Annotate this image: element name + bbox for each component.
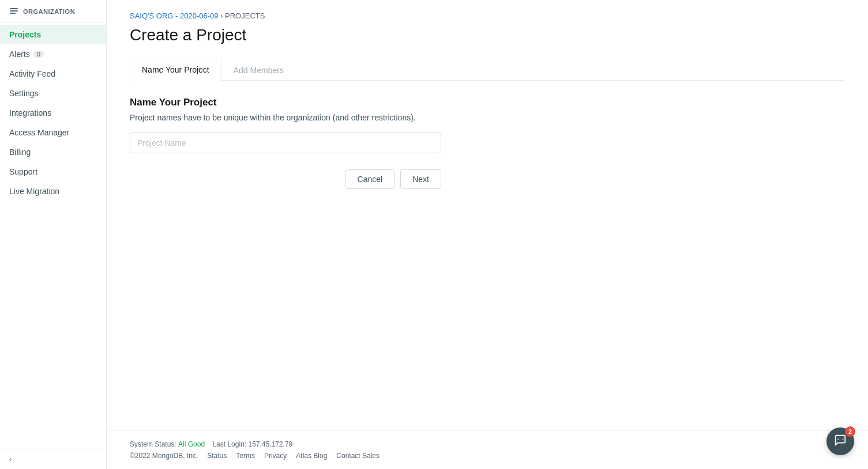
alerts-badge: 0 [33,51,44,58]
sidebar-collapse-button[interactable]: ‹ [0,449,106,469]
tab-name-project[interactable]: Name Your Project [130,59,221,81]
sidebar-item-integrations[interactable]: Integrations [0,103,106,123]
sidebar-item-projects[interactable]: Projects [0,25,106,44]
footer: System Status: All Good Last Login: 157.… [107,430,868,469]
tab-add-members[interactable]: Add Members [221,59,296,81]
form-section-desc: Project names have to be unique within t… [130,113,845,122]
chat-bubble-button[interactable]: 2 [826,428,854,455]
sidebar-item-billing[interactable]: Billing [0,142,106,162]
form-section: Name Your Project Project names have to … [130,97,845,189]
breadcrumb: SAIQ'S ORG - 2020-06-09 › PROJECTS [130,12,845,20]
last-login-label: Last Login: [212,440,246,448]
main-content-area: SAIQ'S ORG - 2020-06-09 › PROJECTS Creat… [107,0,868,469]
sidebar-item-access-manager[interactable]: Access Manager [0,123,106,142]
sidebar-item-label-activity-feed: Activity Feed [9,69,55,78]
footer-link-atlas-blog[interactable]: Atlas Blog [296,452,327,460]
svg-point-4 [837,438,839,440]
org-icon [9,7,18,16]
sidebar-item-settings[interactable]: Settings [0,84,106,103]
sidebar: ORGANIZATION Projects Alerts 0 Activity … [0,0,107,469]
footer-link-terms[interactable]: Terms [236,452,255,460]
breadcrumb-separator: › [219,12,226,20]
footer-copyright: ©2022 MongoDB, Inc. [130,452,198,460]
svg-rect-0 [10,8,18,9]
chat-icon [834,434,847,449]
tab-bar: Name Your Project Add Members [130,58,845,81]
sidebar-item-activity-feed[interactable]: Activity Feed [0,64,106,84]
next-button[interactable]: Next [400,169,441,189]
svg-rect-1 [10,10,18,12]
system-status-label: System Status: [130,440,176,448]
sidebar-item-label-support: Support [9,167,37,176]
sidebar-item-label-billing: Billing [9,147,31,157]
sidebar-item-label-live-migration: Live Migration [9,187,59,196]
breadcrumb-org[interactable]: SAIQ'S ORG - 2020-06-09 [130,12,219,20]
form-section-title: Name Your Project [130,97,845,108]
page-title: Create a Project [130,26,845,44]
sidebar-item-live-migration[interactable]: Live Migration [0,181,106,201]
last-login-value: 157.45.172.79 [248,440,292,448]
cancel-button[interactable]: Cancel [345,169,395,189]
footer-links: ©2022 MongoDB, Inc. Status Terms Privacy… [130,452,845,460]
footer-link-contact-sales[interactable]: Contact Sales [336,452,379,460]
collapse-arrow-icon: ‹ [9,455,12,463]
project-name-input[interactable] [130,133,441,153]
breadcrumb-page: PROJECTS [225,12,265,20]
chat-badge-count: 2 [845,426,855,437]
sidebar-item-alerts[interactable]: Alerts 0 [0,44,106,64]
footer-link-privacy[interactable]: Privacy [264,452,287,460]
svg-rect-2 [10,13,16,14]
sidebar-item-support[interactable]: Support [0,162,106,181]
svg-point-3 [843,438,844,440]
main-content: SAIQ'S ORG - 2020-06-09 › PROJECTS Creat… [107,0,868,430]
form-buttons: Cancel Next [130,169,441,189]
org-label: ORGANIZATION [23,8,75,15]
footer-status: System Status: All Good Last Login: 157.… [130,440,845,448]
system-status-value: All Good [178,440,205,448]
sidebar-item-label-settings: Settings [9,89,39,98]
sidebar-item-label-projects: Projects [9,30,41,39]
footer-link-status[interactable]: Status [207,452,227,460]
sidebar-item-label-alerts: Alerts [9,50,30,59]
sidebar-item-label-access-manager: Access Manager [9,128,69,137]
sidebar-org-header: ORGANIZATION [0,0,106,22]
sidebar-item-label-integrations: Integrations [9,108,51,118]
sidebar-nav: Projects Alerts 0 Activity Feed Settings… [0,22,106,449]
